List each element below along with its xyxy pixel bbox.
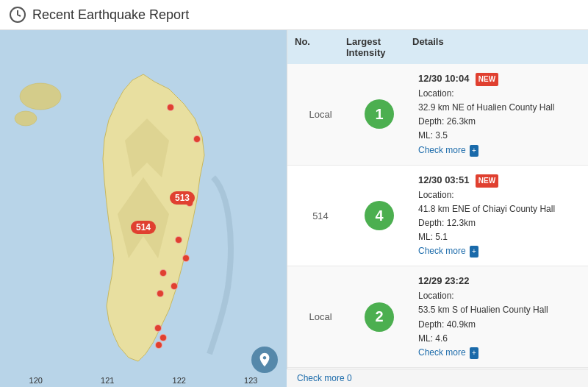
row1-details: 12/30 10:04 NEW Location: 32.9 km NE of … (412, 71, 581, 157)
main-container: 513 514 120 121 122 123 No. Largest Inte… (0, 30, 588, 387)
row1-ml: ML: 3.5 (418, 129, 581, 143)
map-logo (251, 347, 278, 373)
row2-check-more[interactable]: Check more + (418, 244, 581, 258)
row1-ml-label: ML: (418, 130, 433, 141)
row2-details: 12/30 03:51 NEW Location: 41.8 km ENE of… (412, 173, 581, 259)
bottom-bar: Check more 0 (287, 369, 588, 387)
eq-dot-7 (159, 269, 167, 277)
clock-icon (9, 6, 26, 24)
coord-121: 121 (101, 376, 114, 385)
row2-ml-label: ML: (418, 232, 433, 242)
row3-check-more[interactable]: Check more + (418, 346, 581, 360)
row2-time: 12/30 03:51 (418, 174, 469, 185)
row1-no: Local (295, 109, 346, 120)
row3-depth: Depth: 40.9km (418, 318, 581, 332)
row2-new-badge: NEW (476, 174, 498, 188)
table-row: Local 1 12/30 10:04 NEW Location: 32.9 k… (287, 64, 588, 166)
intensity-circle-2: 4 (365, 201, 394, 230)
eq-dot-2 (193, 135, 201, 143)
earthquake-table: No. Largest Intensity Details Local 1 12… (287, 30, 588, 387)
row2-intensity: 4 (346, 201, 412, 230)
row2-location: 41.8 km ENE of Chiayi County Hall (418, 202, 581, 216)
coord-120: 120 (29, 376, 43, 385)
row3-location-label: Location: (418, 289, 581, 303)
eq-dot-10 (154, 324, 162, 332)
row1-check-more-icon: + (470, 145, 478, 157)
table-row: 514 4 12/30 03:51 NEW Location: 41.8 km … (287, 166, 588, 267)
eq-dot-1 (167, 104, 174, 111)
row2-location-label: Location: (418, 188, 581, 202)
row3-check-more-link[interactable]: Check more (418, 347, 466, 358)
row1-location: 32.9 km NE of Hualien County Hall (418, 101, 581, 115)
check-more-bottom-link[interactable]: Check more 0 (297, 373, 352, 383)
eq-dot-9 (157, 290, 164, 297)
row1-depth-val: 26.3km (447, 116, 476, 127)
page-header: Recent Earthquake Report (0, 0, 588, 30)
eq-dot-8 (171, 283, 178, 290)
col-intensity: Largest Intensity (346, 36, 412, 58)
row1-new-badge: NEW (476, 73, 498, 86)
intensity-circle-3: 2 (365, 302, 394, 332)
row1-location-label: Location: (418, 87, 581, 101)
page-title: Recent Earthquake Report (32, 7, 189, 23)
map-coordinates: 120 121 122 123 (0, 376, 287, 385)
eq-label-513: 513 (170, 191, 195, 205)
row1-ml-val: 3.5 (435, 130, 448, 141)
row1-depth-label: Depth: (418, 116, 444, 127)
row3-time-line: 12/29 23:22 (418, 274, 581, 289)
eq-dot-5 (175, 236, 182, 244)
svg-point-3 (15, 111, 37, 126)
row1-depth: Depth: 26.3km (418, 115, 581, 129)
row2-check-more-link[interactable]: Check more (418, 246, 466, 256)
row3-intensity: 2 (346, 302, 412, 332)
table-header: No. Largest Intensity Details (287, 30, 588, 64)
row2-ml: ML: 5.1 (418, 230, 581, 244)
row3-details: 12/29 23:22 Location: 53.5 km S of Huali… (412, 274, 581, 360)
row3-ml-val: 4.6 (435, 333, 448, 344)
row1-time-line: 12/30 10:04 NEW (418, 71, 581, 87)
eq-dot-6 (182, 255, 190, 262)
row3-depth-label: Depth: (418, 319, 444, 330)
row2-check-more-icon: + (470, 246, 478, 258)
map-section: 513 514 120 121 122 123 (0, 30, 287, 387)
row2-depth-label: Depth: (418, 218, 444, 228)
row2-depth-val: 12.3km (447, 218, 476, 228)
row3-no: Local (295, 311, 346, 322)
row3-ml-label: ML: (418, 333, 433, 344)
coord-122: 122 (173, 376, 186, 385)
row3-check-more-icon: + (470, 347, 478, 359)
row3-location: 53.5 km S of Hualien County Hall (418, 303, 581, 317)
table-row: Local 2 12/29 23:22 Location: 53.5 km S … (287, 266, 588, 368)
row3-time: 12/29 23:22 (418, 275, 469, 286)
row2-ml-val: 5.1 (435, 232, 448, 242)
intensity-circle-1: 1 (365, 99, 394, 129)
eq-label-514: 514 (131, 221, 156, 234)
row1-intensity: 1 (346, 99, 412, 129)
row1-check-more-link[interactable]: Check more (418, 145, 466, 155)
eq-dot-11 (159, 334, 167, 341)
col-no: No. (295, 36, 346, 58)
row1-time: 12/30 10:04 (418, 73, 469, 84)
row2-depth: Depth: 12.3km (418, 216, 581, 230)
eq-dot-12 (155, 341, 162, 349)
coord-123: 123 (244, 376, 257, 385)
row3-depth-val: 40.9km (447, 319, 476, 330)
row2-no: 514 (295, 210, 346, 221)
col-details: Details (412, 36, 581, 58)
row2-time-line: 12/30 03:51 NEW (418, 173, 581, 188)
row1-check-more[interactable]: Check more + (418, 143, 581, 157)
row3-ml: ML: 4.6 (418, 332, 581, 346)
svg-point-2 (20, 83, 61, 110)
